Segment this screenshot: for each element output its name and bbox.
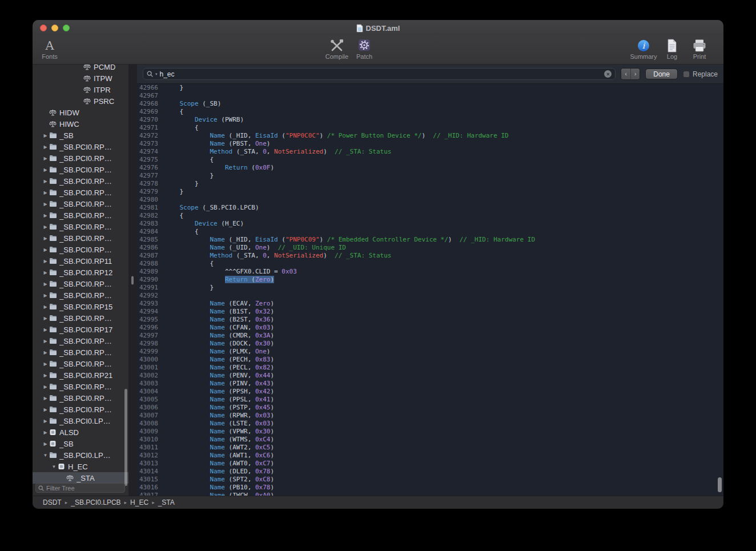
- code-line[interactable]: 42998 Name (DOCK, 0x30): [137, 340, 723, 348]
- disclosure-triangle-icon[interactable]: ▶: [42, 396, 49, 401]
- code-line[interactable]: 42984 {: [137, 228, 723, 236]
- code-line[interactable]: 43000 Name (PECH, 0x83): [137, 356, 723, 364]
- sidebar-item-_sbpci0lp[interactable]: ▼_SB.PCI0.LP…: [33, 449, 128, 461]
- sidebar-item-hidw[interactable]: HIDW: [33, 107, 128, 118]
- disclosure-triangle-icon[interactable]: ▶: [42, 293, 49, 298]
- find-previous-button[interactable]: ‹: [621, 69, 630, 79]
- splitter-handle-icon[interactable]: [131, 276, 134, 284]
- disclosure-triangle-icon[interactable]: ▶: [42, 236, 49, 241]
- replace-checkbox[interactable]: [683, 71, 690, 78]
- disclosure-triangle-icon[interactable]: ▶: [42, 441, 49, 447]
- patch-button[interactable]: Patch: [348, 38, 380, 60]
- disclosure-triangle-icon[interactable]: ▶: [42, 339, 49, 344]
- code-line[interactable]: 42976 Return (0x0F): [137, 164, 723, 172]
- disclosure-triangle-icon[interactable]: ▶: [42, 407, 49, 412]
- code-line[interactable]: 43005 Name (PPSL, 0x41): [137, 396, 723, 404]
- code-line[interactable]: 43009 Name (VPWR, 0x30): [137, 428, 723, 436]
- code-line[interactable]: 43017 Name (IWCW, 0xA0): [137, 492, 723, 496]
- fonts-button[interactable]: A Fonts: [34, 38, 66, 60]
- code-line[interactable]: 42969 {: [137, 108, 723, 116]
- sidebar-item-_sbpci0rp[interactable]: ▶_SB.PCI0.RP…: [33, 187, 128, 198]
- code-line[interactable]: 43010 Name (WTMS, 0xC4): [137, 436, 723, 444]
- sidebar-scrollbar[interactable]: [124, 389, 127, 486]
- code-line[interactable]: 43002 Name (PENV, 0x44): [137, 372, 723, 380]
- disclosure-triangle-icon[interactable]: ▶: [42, 270, 49, 275]
- disclosure-triangle-icon[interactable]: ▶: [42, 350, 49, 355]
- done-button[interactable]: Done: [645, 69, 678, 79]
- sidebar-item-_sb[interactable]: ▶_SB: [33, 438, 128, 449]
- code-line[interactable]: 42978 }: [137, 180, 723, 188]
- code-line[interactable]: 42975 {: [137, 156, 723, 164]
- sidebar-item-itpw[interactable]: ITPW: [33, 73, 128, 84]
- code-line[interactable]: 42994 Name (B1ST, 0x32): [137, 308, 723, 316]
- code-line[interactable]: 42981 Scope (_SB.PCI0.LPCB): [137, 204, 723, 212]
- sidebar-item-_sbpci0rp15[interactable]: ▶_SB.PCI0.RP15: [33, 301, 128, 312]
- sidebar-item-_sbpci0rp[interactable]: ▶_SB.PCI0.RP…: [33, 198, 128, 210]
- sidebar-item-_sbpci0rp[interactable]: ▶_SB.PCI0.RP…: [33, 381, 128, 392]
- sidebar-item-_sbpci0rp[interactable]: ▶_SB.PCI0.RP…: [33, 392, 128, 404]
- sidebar-item-_sta[interactable]: _STA: [33, 472, 128, 484]
- disclosure-triangle-icon[interactable]: ▶: [42, 316, 49, 321]
- code-line[interactable]: 43008 Name (LSTE, 0x03): [137, 420, 723, 428]
- sidebar-item-_sbpci0rp11[interactable]: ▶_SB.PCI0.RP11: [33, 255, 128, 267]
- code-line[interactable]: 42997 Name (CMDR, 0x3A): [137, 332, 723, 340]
- sidebar-item-_sbpci0rp[interactable]: ▶_SB.PCI0.RP…: [33, 289, 128, 301]
- sidebar-item-_sbpci0rp[interactable]: ▶_SB.PCI0.RP…: [33, 221, 128, 232]
- disclosure-triangle-icon[interactable]: ▼: [50, 464, 58, 469]
- search-query[interactable]: h_ec: [160, 70, 602, 78]
- code-line[interactable]: 43003 Name (PINV, 0x43): [137, 380, 723, 388]
- code-line[interactable]: 43013 Name (AWT0, 0xC7): [137, 460, 723, 468]
- summary-button[interactable]: i Summary: [628, 38, 660, 60]
- zoom-button[interactable]: [63, 25, 70, 31]
- pane-splitter[interactable]: [128, 65, 137, 496]
- code-line[interactable]: 42987 Method (_STA, 0, NotSerialized) //…: [137, 252, 723, 260]
- code-line[interactable]: 42968 Scope (_SB): [137, 100, 723, 108]
- search-field[interactable]: ▾ h_ec ×: [143, 68, 616, 80]
- code-line[interactable]: 42974 Method (_STA, 0, NotSerialized) //…: [137, 148, 723, 156]
- code-line[interactable]: 42970 Device (PWRB): [137, 116, 723, 124]
- code-line[interactable]: 42996 Name (CFAN, 0x03): [137, 324, 723, 332]
- disclosure-triangle-icon[interactable]: ▶: [42, 361, 49, 367]
- code-line[interactable]: 43016 Name (PB10, 0x78): [137, 484, 723, 492]
- sidebar-item-_sbpci0rp12[interactable]: ▶_SB.PCI0.RP12: [33, 267, 128, 278]
- disclosure-triangle-icon[interactable]: ▶: [42, 179, 49, 184]
- code-line[interactable]: 42993 Name (ECAV, Zero): [137, 300, 723, 308]
- clear-search-icon[interactable]: ×: [604, 70, 612, 78]
- search-icon[interactable]: [147, 71, 153, 77]
- code-line[interactable]: 42973 Name (PBST, One): [137, 140, 723, 148]
- disclosure-triangle-icon[interactable]: ▶: [42, 281, 49, 287]
- code-line[interactable]: 42986 Name (_UID, One) // _UID: Unique I…: [137, 244, 723, 252]
- code-editor[interactable]: 42966 }4296742968 Scope (_SB)42969 {4297…: [137, 84, 723, 496]
- code-line[interactable]: 43001 Name (PECL, 0x82): [137, 364, 723, 372]
- sidebar-item-_sbpci0rp[interactable]: ▶_SB.PCI0.RP…: [33, 358, 128, 369]
- disclosure-triangle-icon[interactable]: ▶: [42, 213, 49, 218]
- code-line[interactable]: 43012 Name (AWT1, 0xC6): [137, 452, 723, 460]
- code-line[interactable]: 43006 Name (PSTP, 0x45): [137, 404, 723, 412]
- code-line[interactable]: 43011 Name (AWT2, 0xC5): [137, 444, 723, 452]
- disclosure-triangle-icon[interactable]: ▶: [42, 384, 49, 389]
- find-next-button[interactable]: ›: [630, 69, 640, 79]
- close-button[interactable]: [40, 25, 47, 31]
- sidebar-item-_sbpci0rp[interactable]: ▶_SB.PCI0.RP…: [33, 244, 128, 255]
- sidebar-item-_sbpci0rp[interactable]: ▶_SB.PCI0.RP…: [33, 232, 128, 244]
- code-line[interactable]: 42972 Name (_HID, EisaId ("PNP0C0C") /* …: [137, 132, 723, 140]
- sidebar-item-alsd[interactable]: ▶ALSD: [33, 427, 128, 438]
- code-line[interactable]: 43007 Name (RPWR, 0x03): [137, 412, 723, 420]
- sidebar-item-_sbpci0rp[interactable]: ▶_SB.PCI0.RP…: [33, 152, 128, 164]
- sidebar-item-_sbpci0rp[interactable]: ▶_SB.PCI0.RP…: [33, 141, 128, 152]
- document-proxy-icon[interactable]: [356, 24, 363, 33]
- code-line[interactable]: 42977 }: [137, 172, 723, 180]
- sidebar-item-_sbpci0rp[interactable]: ▶_SB.PCI0.RP…: [33, 278, 128, 289]
- disclosure-triangle-icon[interactable]: ▶: [42, 327, 49, 332]
- titlebar[interactable]: DSDT.aml: [33, 20, 723, 36]
- disclosure-triangle-icon[interactable]: ▶: [42, 304, 49, 309]
- code-line[interactable]: 42979 }: [137, 188, 723, 196]
- sidebar-item-_sbpci0rp[interactable]: ▶_SB.PCI0.RP…: [33, 335, 128, 347]
- filter-tree-field[interactable]: Filter Tree: [35, 483, 125, 493]
- disclosure-triangle-icon[interactable]: ▶: [42, 373, 49, 378]
- sidebar-item-psrc[interactable]: PSRC: [33, 95, 128, 107]
- sidebar-item-_sbpci0rp[interactable]: ▶_SB.PCI0.RP…: [33, 404, 128, 415]
- code-line[interactable]: 42983 Device (H_EC): [137, 220, 723, 228]
- sidebar-item-h_ec[interactable]: ▼H_EC: [33, 461, 128, 472]
- code-line[interactable]: 42995 Name (B2ST, 0x36): [137, 316, 723, 324]
